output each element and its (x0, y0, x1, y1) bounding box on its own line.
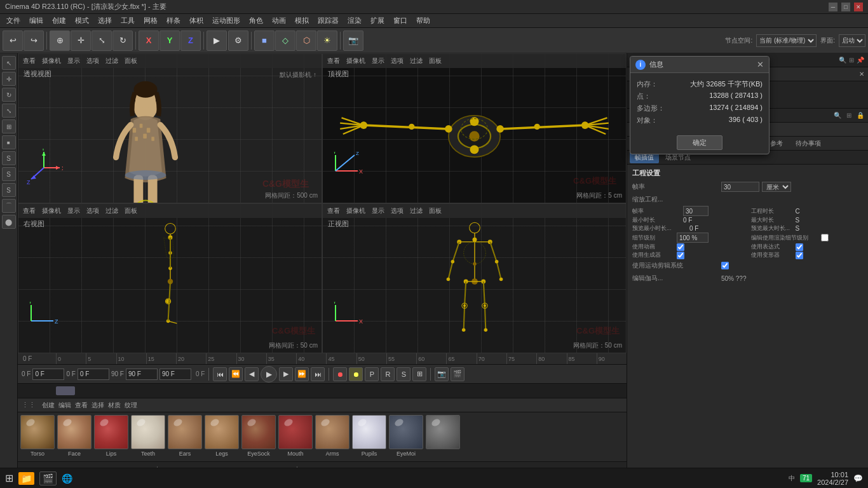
vp-p-panel[interactable]: 面板 (123, 56, 139, 66)
vp-f-filter[interactable]: 过滤 (408, 206, 424, 216)
ps-detail2-check[interactable] (821, 234, 829, 241)
mode-filter[interactable]: ⊞ (846, 112, 851, 119)
ps-deform-check[interactable] (796, 252, 803, 259)
tl-motion-clip[interactable]: ⊞ (412, 367, 426, 381)
vp-f-options[interactable]: 选项 (389, 206, 405, 216)
x-axis-button[interactable]: X (139, 30, 159, 51)
menu-item-选择[interactable]: 选择 (94, 15, 116, 27)
light-button[interactable]: ☀ (317, 30, 337, 51)
ps-motion-check[interactable] (721, 262, 729, 269)
vp-r-display[interactable]: 显示 (65, 206, 82, 216)
taskbar-explorer[interactable]: 📁 (18, 472, 34, 485)
mat-create[interactable]: 创建 (42, 401, 55, 410)
menu-item-创建[interactable]: 创建 (48, 15, 70, 27)
tl-record-active[interactable]: ⏺ (349, 367, 363, 381)
ps-detail-input[interactable] (677, 233, 709, 243)
scene-controls[interactable]: ✕ (859, 71, 864, 78)
menu-item-体积[interactable]: 体积 (186, 15, 207, 27)
ps-fps-input[interactable] (721, 182, 759, 192)
tl-prev-frame[interactable]: ◀ (245, 367, 259, 381)
menu-item-网格[interactable]: 网格 (140, 15, 161, 27)
tl-cam-btn[interactable]: 📷 (435, 367, 449, 381)
viewport-right[interactable]: 查看 摄像机 显示 选项 过滤 面板 右视图 (18, 203, 322, 353)
mat-material[interactable]: 材质 (108, 401, 121, 410)
tl-start-input[interactable] (78, 369, 109, 380)
rt-pin-icon[interactable]: 📌 (857, 57, 864, 64)
viewport-perspective[interactable]: 查看 摄像机 显示 选项 过滤 面板 透视视图 默认摄影机 ↑ (18, 53, 322, 203)
vp-r-options[interactable]: 选项 (85, 206, 101, 216)
lt-brush[interactable]: ⬤ (2, 215, 16, 229)
vp-p-filter[interactable]: 过滤 (104, 56, 120, 66)
mat-texture[interactable]: 纹理 (125, 401, 137, 410)
lt-knife[interactable]: ⌒ (2, 199, 16, 213)
tl-record-rot[interactable]: R (381, 367, 395, 381)
info-ok-button[interactable]: 确定 (677, 135, 722, 150)
tl-next-frame[interactable]: ▶ (279, 367, 293, 381)
tl-render-btn[interactable]: 🎬 (451, 367, 465, 381)
z-axis-button[interactable]: Z (180, 30, 201, 51)
taskbar-c4d[interactable]: 🎬 (39, 471, 57, 485)
menu-item-编辑[interactable]: 编辑 (25, 15, 47, 27)
tl-record-pos[interactable]: P (365, 367, 379, 381)
menu-item-渲染[interactable]: 渲染 (344, 15, 365, 27)
lt-move[interactable]: ✛ (2, 72, 16, 86)
tl-record-scale[interactable]: S (397, 367, 410, 381)
menu-item-样条[interactable]: 样条 (163, 15, 184, 27)
vp-t-display[interactable]: 显示 (370, 56, 386, 66)
menu-item-角色[interactable]: 角色 (245, 15, 267, 27)
tl-end-input[interactable] (126, 369, 158, 380)
menu-item-模拟[interactable]: 模拟 (291, 15, 313, 27)
menu-item-窗口[interactable]: 窗口 (390, 15, 411, 27)
mat-item-Legs[interactable]: Legs (205, 415, 239, 459)
tab-todo[interactable]: 待办事项 (790, 137, 827, 150)
maximize-button[interactable]: □ (841, 3, 850, 11)
rt-search-icon[interactable]: 🔍 (839, 57, 846, 64)
render-button[interactable]: ▶ (207, 30, 227, 51)
mat-item-EyeMoi[interactable]: EyeMoi (389, 415, 423, 459)
render-settings-button[interactable]: ⚙ (228, 30, 248, 51)
lt-mode2[interactable]: S (2, 151, 16, 165)
mat-edit[interactable]: 编辑 (58, 401, 71, 410)
close-button[interactable]: ✕ (854, 3, 863, 11)
node-space-select[interactable]: 当前 (标准/物理) (756, 34, 817, 47)
undo-button[interactable]: ↩ (3, 30, 23, 51)
interface-select[interactable]: 启动 (839, 34, 865, 47)
taskbar-notification[interactable]: 💬 (853, 474, 863, 483)
mode-lock[interactable]: 🔒 (857, 112, 864, 119)
vp-r-panel[interactable]: 面板 (123, 206, 139, 216)
ps-anim-check[interactable] (677, 243, 684, 251)
vp-f-camera[interactable]: 摄像机 (344, 206, 367, 216)
lt-select[interactable]: ↖ (2, 56, 16, 70)
minimize-button[interactable]: ─ (829, 3, 837, 11)
lt-rotate[interactable]: ↻ (2, 88, 16, 102)
ps-expr-check[interactable] (796, 243, 803, 251)
tl-max-input[interactable] (159, 369, 191, 380)
nurbs-button[interactable]: ◇ (275, 30, 295, 51)
info-close-button[interactable]: ✕ (757, 60, 764, 69)
lt-mode1[interactable]: ■ (2, 135, 16, 149)
y-axis-button[interactable]: Y (159, 30, 180, 51)
tl-play-button[interactable]: ▶ (261, 366, 277, 383)
mat-item-Torso[interactable]: Torso (20, 415, 55, 459)
mat-item-Face[interactable]: Face (57, 415, 92, 459)
vp-t-camera[interactable]: 摄像机 (344, 56, 367, 66)
camera-button[interactable]: 📷 (343, 30, 363, 51)
mat-item-Mouth[interactable]: Mouth (278, 415, 313, 459)
lt-mode4[interactable]: S (2, 183, 16, 197)
scale-button[interactable]: ⤡ (92, 30, 112, 51)
vp-p-options[interactable]: 选项 (85, 56, 101, 66)
mat-select[interactable]: 选择 (92, 401, 104, 410)
tl-goto-start[interactable]: ⏮ (213, 367, 227, 381)
mat-item-EyeSock[interactable]: EyeSock (241, 415, 276, 459)
redo-button[interactable]: ↪ (24, 30, 44, 51)
move-button[interactable]: ✛ (71, 30, 91, 51)
vp-p-display[interactable]: 显示 (65, 56, 82, 66)
vp-r-look[interactable]: 查看 (21, 206, 37, 216)
mat-item-Pupils[interactable]: Pupils (352, 415, 386, 459)
mat-item-Teeth[interactable]: Teeth (131, 415, 165, 459)
lt-snap[interactable]: ⊞ (2, 119, 16, 133)
menu-item-扩展[interactable]: 扩展 (367, 15, 388, 27)
vp-f-display[interactable]: 显示 (370, 206, 386, 216)
tl-next-key[interactable]: ⏩ (295, 367, 309, 381)
vp-t-filter[interactable]: 过滤 (408, 56, 424, 66)
